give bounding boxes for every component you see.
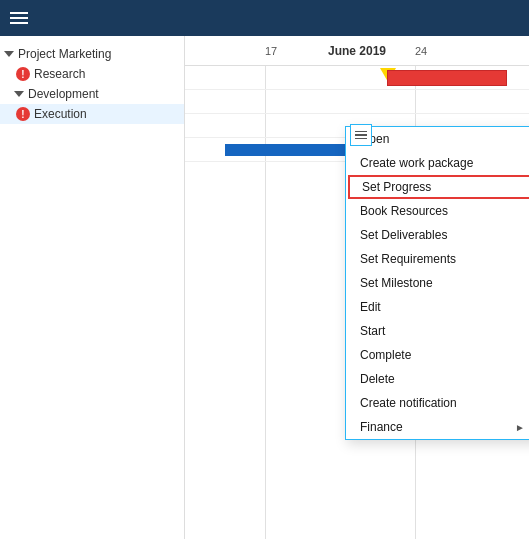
day-17: 17 [265,45,277,57]
gantt-bar-execution[interactable] [225,144,355,156]
context-menu-item-start[interactable]: Start [346,319,529,343]
task-context-button[interactable] [350,124,372,146]
sidebar: Project Marketing ! Research Development… [0,36,185,539]
collapse-icon [4,51,14,57]
context-menu-item-delete[interactable]: Delete [346,367,529,391]
day-markers: 17 24 [185,36,529,65]
context-menu-item-edit[interactable]: Edit [346,295,529,319]
project-header[interactable]: Project Marketing [0,44,184,64]
context-menu-item-open[interactable]: Open [346,127,529,151]
sidebar-item-execution[interactable]: ! Execution [0,104,184,124]
sidebar-item-research[interactable]: ! Research [0,64,184,84]
collapse-icon-dev [14,91,24,97]
context-menu: Open Create work package Set Progress Bo… [345,126,529,440]
project-name: Project Marketing [18,47,111,61]
gantt-header: June 2019 17 24 [185,36,529,66]
context-menu-item-set-requirements[interactable]: Set Requirements [346,247,529,271]
task-label-execution: Execution [34,107,87,121]
gantt-row-research [185,90,529,114]
context-menu-item-set-progress[interactable]: Set Progress [348,175,529,199]
context-menu-item-finance[interactable]: Finance ► [346,415,529,439]
context-menu-item-create-wp[interactable]: Create work package [346,151,529,175]
main-content: Project Marketing ! Research Development… [0,36,529,539]
task-label-research: Research [34,67,85,81]
chevron-right-icon: ► [515,422,525,433]
sidebar-item-development[interactable]: Development [0,84,184,104]
context-menu-item-set-milestone[interactable]: Set Milestone [346,271,529,295]
error-badge-execution: ! [16,107,30,121]
hamburger-icon[interactable] [10,12,28,24]
task-label-development: Development [28,87,99,101]
context-menu-item-set-deliverables[interactable]: Set Deliverables [346,223,529,247]
gantt-area: June 2019 17 24 [185,36,529,539]
task-btn-icon [355,131,367,140]
toolbar [0,0,529,36]
gantt-bar-marketing[interactable] [387,70,507,86]
context-menu-item-create-notification[interactable]: Create notification [346,391,529,415]
context-menu-item-book-resources[interactable]: Book Resources [346,199,529,223]
day-24: 24 [415,45,427,57]
gantt-row-project [185,66,529,90]
context-menu-item-complete[interactable]: Complete [346,343,529,367]
error-badge-research: ! [16,67,30,81]
